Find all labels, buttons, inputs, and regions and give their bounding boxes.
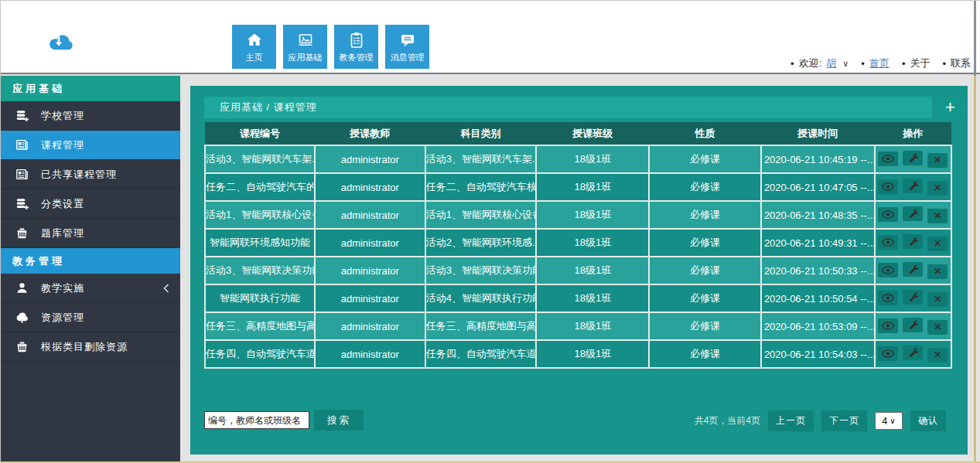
table-cell: 活动3、智能网联决策功能 [425, 257, 537, 284]
top-links-extra: •首页•关于•联系 [861, 56, 971, 70]
view-button[interactable] [878, 346, 898, 361]
table-cell: administrator [315, 145, 425, 173]
table-row: 活动1、智能网联核心设备administrator活动1、智能网联核心设备18级… [205, 201, 951, 229]
top-link-0[interactable]: 首页 [869, 56, 890, 70]
view-icon [882, 294, 894, 302]
view-icon [882, 182, 894, 191]
page-info: 共4页，当前4页 [695, 414, 760, 427]
view-button[interactable] [878, 151, 898, 166]
edit-button[interactable] [903, 262, 923, 277]
sidebar-item-0-4[interactable]: 题库管理 [1, 219, 180, 248]
top-links: • 欢迎: 胡 ∨ •首页•关于•联系 [790, 56, 971, 70]
row-actions: ✕ [875, 257, 951, 284]
sidebar-item-0-0[interactable]: 学校管理 [1, 101, 180, 131]
column-header: 操作 [875, 122, 951, 145]
row-actions: ✕ [875, 229, 951, 257]
top-link-item: •联系 [942, 56, 971, 70]
delete-button[interactable]: ✕ [927, 320, 948, 335]
delete-icon: ✕ [934, 350, 941, 359]
table-cell: 任务四、自动驾驶汽车道... [205, 340, 315, 368]
view-icon [882, 238, 894, 247]
delete-button[interactable]: ✕ [927, 237, 948, 251]
table-cell: administrator [315, 340, 425, 368]
edit-button[interactable] [903, 290, 923, 305]
edit-button[interactable] [903, 346, 923, 360]
chevron-down-icon[interactable]: ∨ [842, 59, 849, 69]
sidebar-item-1-2[interactable]: 根据类目删除资源 [1, 332, 180, 362]
next-page-button[interactable]: 下一页 [821, 410, 867, 431]
view-icon [882, 210, 894, 219]
top-header: 主页应用基础教务管理消息管理 • 欢迎: 胡 ∨ •首页•关于•联系 [1, 1, 980, 74]
school-manage-icon [12, 108, 31, 123]
edit-button[interactable] [903, 151, 923, 165]
view-button[interactable] [878, 179, 898, 194]
table-cell: 活动2、智能网联环境感... [425, 229, 537, 257]
top-link-2[interactable]: 联系 [951, 56, 971, 70]
column-header: 授课时间 [761, 122, 875, 145]
table-cell: 必修课 [649, 284, 761, 312]
view-button[interactable] [878, 235, 898, 250]
delete-icon: ✕ [934, 211, 941, 220]
nav-button-label: 主页 [246, 52, 263, 63]
table-cell: 任务三、高精度地图与高... [205, 312, 315, 340]
delete-button[interactable]: ✕ [927, 264, 948, 279]
view-button[interactable] [878, 207, 898, 222]
view-icon [882, 266, 894, 274]
nav-button-app-base[interactable]: 应用基础 [283, 25, 327, 69]
table-row: 活动3、智能网联决策功能administrator活动3、智能网联决策功能18级… [205, 257, 951, 284]
page-select[interactable]: 4 ∨ [875, 412, 903, 430]
search-button[interactable]: 搜索 [314, 410, 364, 431]
view-icon [882, 155, 894, 163]
confirm-button[interactable]: 确认 [910, 410, 946, 431]
delete-button[interactable]: ✕ [927, 181, 948, 196]
delete-button[interactable]: ✕ [927, 348, 948, 363]
delete-button[interactable]: ✕ [927, 209, 948, 223]
view-button[interactable] [878, 263, 898, 277]
edit-button[interactable] [903, 179, 923, 193]
nav-button-home[interactable]: 主页 [232, 25, 276, 69]
table-cell: administrator [315, 312, 425, 340]
edit-icon [908, 181, 918, 191]
welcome-label: 欢迎: [799, 56, 822, 70]
page-select-value: 4 [882, 416, 887, 427]
add-course-button[interactable]: + [935, 97, 965, 118]
username-link[interactable]: 胡 [826, 56, 836, 70]
table-cell: 18级1班 [536, 229, 649, 257]
main-panel: 应用基础 / 课程管理 + 课程编号授课教师科目类别授课班级性质授课时间操作 活… [190, 86, 968, 454]
search-input[interactable] [204, 411, 309, 429]
delete-button[interactable]: ✕ [927, 153, 948, 168]
column-header: 课程编号 [205, 122, 315, 145]
edit-button[interactable] [903, 318, 923, 332]
sidebar-item-0-3[interactable]: 分类设置 [1, 189, 180, 219]
sidebar-item-1-0[interactable]: 教学实施 [1, 274, 180, 303]
table-cell: administrator [315, 173, 425, 201]
column-header: 性质 [649, 122, 761, 145]
row-actions: ✕ [875, 145, 951, 173]
nav-button-edu-admin[interactable]: 教务管理 [334, 25, 378, 69]
view-icon [882, 349, 894, 358]
pagination: 共4页，当前4页 上一页 下一页 4 ∨ 确认 [695, 410, 946, 431]
table-cell: 18级1班 [536, 284, 649, 312]
table-cell: 18级1班 [536, 312, 649, 340]
top-nav: 主页应用基础教务管理消息管理 [232, 25, 429, 69]
view-button[interactable] [878, 291, 898, 305]
nav-button-message[interactable]: 消息管理 [385, 25, 429, 69]
delete-resource-icon [12, 339, 31, 354]
edit-icon [908, 264, 918, 274]
app-base-icon [296, 31, 315, 49]
delete-icon: ✕ [934, 239, 941, 248]
table-cell: 18级1班 [536, 173, 649, 201]
delete-button[interactable]: ✕ [927, 292, 948, 307]
sidebar-item-0-2[interactable]: 已共享课程管理 [1, 160, 180, 189]
sidebar-item-0-1[interactable]: 课程管理 [1, 131, 180, 160]
frame-edge-right [974, 76, 976, 462]
top-link-1[interactable]: 关于 [910, 56, 930, 70]
table-cell: 18级1班 [536, 257, 649, 284]
edit-button[interactable] [903, 234, 923, 249]
prev-page-button[interactable]: 上一页 [768, 410, 814, 431]
sidebar-item-label: 课程管理 [41, 138, 84, 152]
view-button[interactable] [878, 318, 898, 333]
sidebar-item-label: 根据类目删除资源 [41, 340, 128, 354]
edit-button[interactable] [903, 206, 923, 221]
sidebar-item-1-1[interactable]: 资源管理 [1, 303, 180, 332]
